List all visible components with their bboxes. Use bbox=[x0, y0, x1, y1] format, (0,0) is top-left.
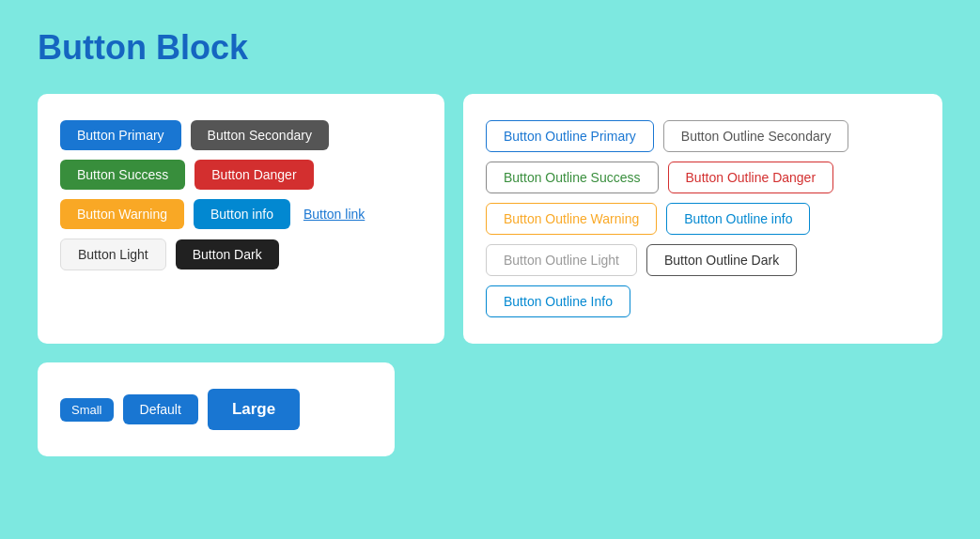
btn-outline-light[interactable]: Button Outline Light bbox=[486, 244, 637, 276]
btn-primary[interactable]: Button Primary bbox=[60, 120, 181, 150]
outline-buttons-card: Button Outline Primary Button Outline Se… bbox=[463, 94, 942, 344]
btn-outline-warning[interactable]: Button Outline Warning bbox=[486, 203, 657, 235]
page-title: Button Block bbox=[38, 28, 942, 68]
btn-success[interactable]: Button Success bbox=[60, 160, 185, 190]
btn-secondary[interactable]: Button Secondary bbox=[191, 120, 329, 150]
solid-buttons-grid: Button Primary Button Secondary Button S… bbox=[60, 120, 422, 270]
btn-link[interactable]: Button link bbox=[300, 199, 368, 229]
btn-small[interactable]: Small bbox=[60, 398, 114, 422]
btn-warning[interactable]: Button Warning bbox=[60, 199, 184, 229]
solid-buttons-card: Button Primary Button Secondary Button S… bbox=[38, 94, 444, 344]
sizes-row: Small Default Large bbox=[60, 389, 372, 430]
outline-buttons-grid: Button Outline Primary Button Outline Se… bbox=[486, 120, 920, 317]
btn-light[interactable]: Button Light bbox=[60, 239, 166, 270]
btn-outline-info2[interactable]: Button Outline Info bbox=[486, 285, 630, 317]
btn-outline-success[interactable]: Button Outline Success bbox=[486, 162, 659, 193]
btn-outline-primary[interactable]: Button Outline Primary bbox=[486, 120, 654, 152]
btn-outline-dark[interactable]: Button Outline Dark bbox=[646, 244, 797, 276]
btn-default[interactable]: Default bbox=[123, 394, 198, 424]
btn-outline-info[interactable]: Button Outline info bbox=[666, 203, 810, 235]
btn-outline-danger[interactable]: Button Outline Danger bbox=[668, 162, 834, 193]
sizes-card: Small Default Large bbox=[38, 362, 395, 456]
btn-danger[interactable]: Button Danger bbox=[194, 160, 313, 190]
btn-dark[interactable]: Button Dark bbox=[176, 239, 279, 270]
btn-info[interactable]: Button info bbox=[194, 199, 290, 229]
btn-large[interactable]: Large bbox=[208, 389, 300, 430]
btn-outline-secondary[interactable]: Button Outline Secondary bbox=[663, 120, 849, 152]
